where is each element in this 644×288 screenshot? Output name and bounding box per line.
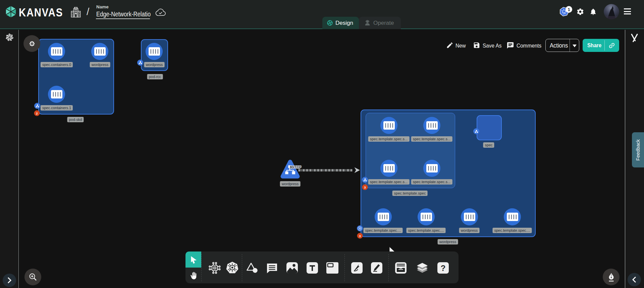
svg-text:1: 1 bbox=[568, 7, 570, 12]
svg-text:?: ? bbox=[441, 264, 446, 273]
